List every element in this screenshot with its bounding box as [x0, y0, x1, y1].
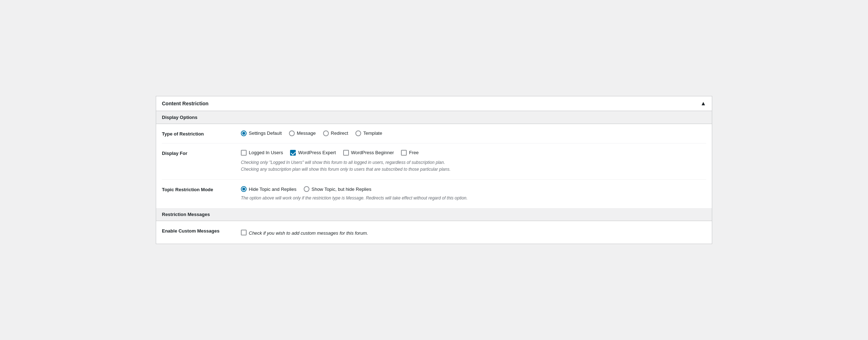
radio-option-redirect[interactable]: Redirect — [323, 130, 348, 136]
type-of-restriction-label: Type of Restriction — [162, 130, 241, 137]
radio-option-hide-topic[interactable]: Hide Topic and Replies — [241, 186, 297, 192]
checkbox-wp-expert[interactable] — [290, 150, 296, 156]
radio-redirect-label: Redirect — [331, 130, 348, 136]
display-for-control: Logged In Users WordPress Expert WordPre… — [241, 150, 706, 173]
radio-show-topic-hide-replies[interactable] — [304, 186, 309, 192]
checkbox-wp-beginner[interactable] — [343, 150, 349, 156]
radio-settings-default[interactable] — [241, 130, 247, 136]
checkbox-wp-expert-label: WordPress Expert — [298, 150, 336, 155]
type-of-restriction-control: Settings Default Message Redirect Templa… — [241, 130, 706, 136]
type-of-restriction-radio-group: Settings Default Message Redirect Templa… — [241, 130, 706, 136]
checkbox-logged-in[interactable] — [241, 150, 247, 156]
radio-redirect[interactable] — [323, 130, 329, 136]
enable-custom-messages-row: Enable Custom Messages Check if you wish… — [162, 221, 706, 244]
topic-restriction-hint: The option above will work only if the r… — [241, 195, 706, 202]
topic-restriction-radio-group: Hide Topic and Replies Show Topic, but h… — [241, 186, 706, 192]
checkbox-free-label: Free — [409, 150, 419, 155]
display-options-header: Display Options — [156, 111, 712, 124]
radio-option-settings-default[interactable]: Settings Default — [241, 130, 282, 136]
display-for-label: Display For — [162, 150, 241, 156]
topic-restriction-mode-control: Hide Topic and Replies Show Topic, but h… — [241, 186, 706, 202]
panel-title: Content Restriction — [162, 101, 209, 106]
radio-message[interactable] — [289, 130, 295, 136]
topic-restriction-mode-label: Topic Restriction Mode — [162, 186, 241, 192]
radio-hide-topic-replies-label: Hide Topic and Replies — [249, 187, 297, 192]
display-for-hint-line1: Checking only "Logged In Users" will sho… — [241, 159, 706, 166]
radio-option-message[interactable]: Message — [289, 130, 316, 136]
checkbox-option-free[interactable]: Free — [401, 150, 419, 156]
restriction-messages-header: Restriction Messages — [156, 208, 712, 221]
checkbox-free[interactable] — [401, 150, 407, 156]
radio-message-label: Message — [297, 130, 316, 136]
checkbox-option-wp-expert[interactable]: WordPress Expert — [290, 150, 336, 156]
checkbox-enable-custom-messages[interactable] — [241, 230, 247, 235]
radio-option-show-topic[interactable]: Show Topic, but hide Replies — [304, 186, 372, 192]
content-restriction-panel: Content Restriction ▲ Display Options Ty… — [156, 96, 712, 244]
checkbox-wp-beginner-label: WordPress Beginner — [351, 150, 394, 155]
panel-toggle-button[interactable]: ▲ — [700, 101, 706, 106]
checkbox-option-logged-in[interactable]: Logged In Users — [241, 150, 283, 156]
display-for-checkbox-group: Logged In Users WordPress Expert WordPre… — [241, 150, 706, 156]
panel-header: Content Restriction ▲ — [156, 96, 712, 111]
display-for-row: Display For Logged In Users WordPress Ex… — [162, 143, 706, 180]
radio-settings-default-label: Settings Default — [249, 130, 282, 136]
checkbox-option-wp-beginner[interactable]: WordPress Beginner — [343, 150, 394, 156]
display-for-hint-line2: Checking any subscription plan will show… — [241, 166, 706, 173]
type-of-restriction-row: Type of Restriction Settings Default Mes… — [162, 124, 706, 143]
radio-show-topic-hide-replies-label: Show Topic, but hide Replies — [312, 187, 372, 192]
enable-custom-messages-hint: Check if you wish to add custom messages… — [249, 230, 368, 237]
enable-custom-messages-label: Enable Custom Messages — [162, 228, 241, 234]
enable-custom-messages-control: Check if you wish to add custom messages… — [241, 228, 706, 237]
display-for-hint: Checking only "Logged In Users" will sho… — [241, 159, 706, 173]
radio-option-template[interactable]: Template — [355, 130, 382, 136]
restriction-messages-content: Enable Custom Messages Check if you wish… — [156, 221, 712, 244]
display-options-content: Type of Restriction Settings Default Mes… — [156, 124, 712, 208]
topic-restriction-mode-row: Topic Restriction Mode Hide Topic and Re… — [162, 180, 706, 208]
radio-template-label: Template — [363, 130, 382, 136]
radio-template[interactable] — [355, 130, 361, 136]
checkbox-logged-in-label: Logged In Users — [249, 150, 283, 155]
checkbox-option-enable-custom[interactable]: Check if you wish to add custom messages… — [241, 228, 706, 237]
radio-hide-topic-replies[interactable] — [241, 186, 247, 192]
